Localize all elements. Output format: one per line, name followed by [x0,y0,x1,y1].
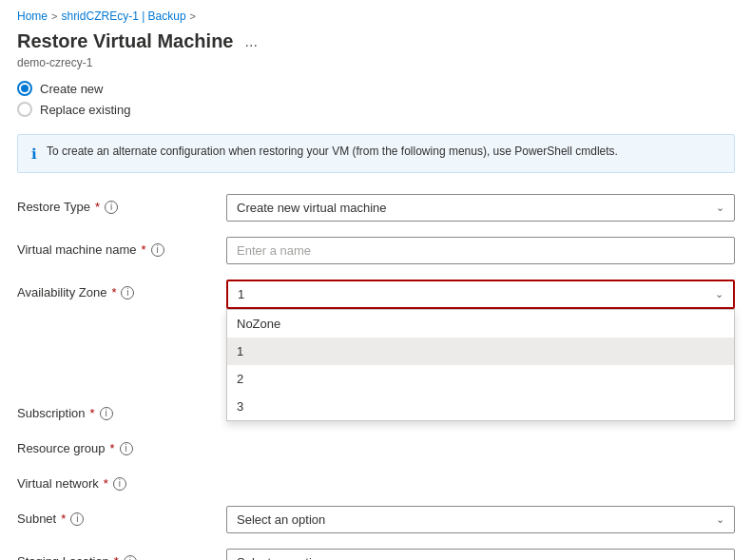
subnet-value: Select an option [237,512,716,527]
vm-name-field-control [226,237,735,264]
resource-group-label: Resource group * i [17,435,226,455]
vm-name-info-icon: i [151,243,164,257]
breadcrumb-sep1: > [51,10,57,22]
availability-zone-label: Availability Zone * i [17,280,226,299]
staging-location-chevron-icon: ⌄ [716,556,724,560]
form-row-vm-name: Virtual machine name * i [17,229,735,272]
info-banner-text: To create an alternate configuration whe… [47,145,618,158]
breadcrumb: Home > shridCZREcy-1 | Backup > [0,0,752,27]
radio-replace-existing-label: Replace existing [40,103,130,117]
form-row-subnet: Subnet * i Select an option ⌄ [17,498,735,541]
staging-location-control: Select an option ⌄ [226,549,735,560]
avail-option-nozone[interactable]: NoZone [227,310,734,338]
staging-location-dropdown[interactable]: Select an option ⌄ [226,549,735,560]
availability-zone-info-icon: i [121,286,134,299]
subscription-label: Subscription * i [17,400,226,420]
availability-zone-menu: NoZone 1 2 3 [226,309,735,421]
restore-type-chevron-icon: ⌄ [716,202,724,214]
availability-zone-dropdown[interactable]: 1 ⌄ [226,280,735,309]
restore-type-label: Restore Type * i [17,194,226,214]
virtual-network-info-icon: i [113,477,126,491]
form-row-resource-group: Resource group * i [17,428,735,463]
breadcrumb-home[interactable]: Home [17,10,48,23]
staging-location-label: Staging Location * i [17,549,226,560]
vm-name-label: demo-czrecy-1 [0,54,752,77]
staging-location-value: Select an option [237,555,716,560]
resource-group-info-icon: i [120,442,133,455]
avail-option-2[interactable]: 2 [227,365,734,393]
breadcrumb-sep2: > [190,10,196,22]
subnet-chevron-icon: ⌄ [716,513,724,526]
form-row-virtual-network: Virtual network * i [17,463,735,498]
availability-zone-chevron-icon: ⌄ [715,288,723,300]
vm-name-input[interactable] [226,237,735,264]
radio-create-new-circle [17,81,32,96]
restore-type-dropdown[interactable]: Create new virtual machine ⌄ [226,194,735,222]
restore-option-group: Create new Replace existing [0,77,752,126]
form-row-availability-zone: Availability Zone * i 1 ⌄ NoZone 1 2 3 [17,272,735,317]
vm-name-field-label: Virtual machine name * i [17,237,226,257]
restore-type-info-icon: i [105,201,118,214]
radio-create-new[interactable]: Create new [17,81,735,96]
avail-option-1[interactable]: 1 [227,338,734,365]
info-banner: ℹ To create an alternate configuration w… [17,134,735,173]
radio-create-new-label: Create new [40,82,103,96]
ellipsis-button[interactable]: ... [241,31,260,52]
info-icon: ℹ [31,145,37,163]
form-row-restore-type: Restore Type * i Create new virtual mach… [17,186,735,229]
page-title: Restore Virtual Machine [17,30,233,52]
virtual-network-label: Virtual network * i [17,471,226,491]
radio-replace-existing-circle [17,102,32,117]
form-row-staging-location: Staging Location * i Select an option ⌄ [17,541,735,560]
subnet-dropdown[interactable]: Select an option ⌄ [226,506,735,533]
staging-location-info-icon: i [124,555,137,561]
subscription-info-icon: i [100,407,113,420]
subnet-control: Select an option ⌄ [226,506,735,533]
restore-type-value: Create new virtual machine [237,201,716,215]
availability-zone-wrapper: 1 ⌄ NoZone 1 2 3 [226,280,735,309]
radio-replace-existing[interactable]: Replace existing [17,102,735,117]
breadcrumb-backup-item[interactable]: shridCZREcy-1 | Backup [61,10,185,23]
avail-option-3[interactable]: 3 [227,393,734,420]
page-title-row: Restore Virtual Machine ... [0,27,752,54]
subnet-label: Subnet * i [17,506,226,526]
form-area: Restore Type * i Create new virtual mach… [0,186,752,560]
subnet-info-icon: i [70,512,84,526]
availability-zone-value: 1 [238,287,715,301]
restore-type-control: Create new virtual machine ⌄ [226,194,735,222]
